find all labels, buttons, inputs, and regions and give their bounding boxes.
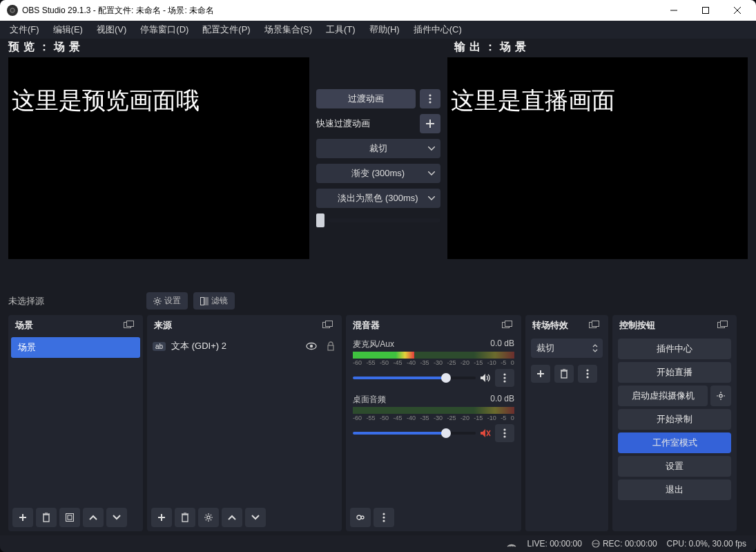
svg-point-41: [207, 516, 210, 519]
source-settings-button[interactable]: 设置: [146, 292, 188, 310]
quick-transition-2[interactable]: 渐变 (300ms): [316, 164, 440, 183]
menu-profile[interactable]: 配置文件(P): [197, 22, 255, 37]
mixer-channel-desktop: 桌面音频 0.0 dB -60-55-50-45-40-35-30-25-20-…: [346, 391, 521, 446]
svg-rect-66: [592, 321, 599, 327]
quick-transition-label: 快速过渡动画: [316, 117, 416, 130]
transition-menu-button[interactable]: [578, 365, 597, 383]
mixer-channel-mic: 麦克风/Aux 0.0 dB -60-55-50-45-40-35-30-25-…: [346, 336, 521, 391]
source-name: 文本 (GDI+) 2: [171, 340, 226, 352]
filter-icon: [200, 297, 209, 305]
app-icon: [7, 5, 18, 16]
quick-transition-3[interactable]: 淡出为黑色 (300ms): [316, 189, 440, 208]
channel-name: 麦克风/Aux: [353, 339, 394, 350]
transition-controls: 过渡动画 快速过渡动画 裁切 渐变 (300ms): [316, 57, 440, 259]
start-recording-button[interactable]: 开始录制: [618, 409, 731, 430]
volume-slider[interactable]: [353, 377, 476, 379]
mixer-panel: 混音器 麦克风/Aux 0.0 dB -60-55-50-45-40-35-30…: [346, 315, 521, 531]
source-type-icon: ab: [153, 342, 166, 351]
output-video[interactable]: 这里是直播画面: [447, 57, 748, 259]
svg-rect-3: [703, 8, 709, 14]
menu-plugins[interactable]: 插件中心(C): [408, 22, 467, 37]
t-bar-slider[interactable]: [316, 213, 440, 227]
svg-rect-38: [182, 515, 188, 522]
output-label: 输 出 ： 场 景: [454, 40, 527, 55]
mixer-settings-button[interactable]: [350, 508, 371, 527]
preview-video[interactable]: 这里是预览画面哦: [8, 57, 309, 259]
svg-point-7: [429, 97, 431, 99]
scene-up-button[interactable]: [83, 508, 104, 527]
menu-edit[interactable]: 编辑(E): [48, 22, 88, 37]
menu-help[interactable]: 帮助(H): [364, 22, 405, 37]
remove-source-button[interactable]: [175, 508, 195, 527]
remove-transition-button[interactable]: [554, 365, 574, 383]
plugin-center-button[interactable]: 插件中心: [618, 339, 731, 359]
eye-icon[interactable]: [306, 342, 317, 350]
source-up-button[interactable]: [222, 508, 242, 527]
studio-mode-button[interactable]: 工作室模式: [618, 432, 731, 453]
svg-point-58: [503, 432, 505, 434]
popout-icon[interactable]: [124, 321, 136, 330]
controls-panel: 控制按钮 插件中心 开始直播 启动虚拟摄像机 开始录制 工作室模式 设置 退出: [612, 315, 737, 531]
menu-view[interactable]: 视图(V): [91, 22, 132, 37]
app-window: OBS Studio 29.1.3 - 配置文件: 未命名 - 场景: 未命名 …: [0, 0, 756, 552]
speaker-icon[interactable]: [480, 373, 491, 383]
lock-icon[interactable]: [327, 341, 335, 351]
svg-point-11: [156, 299, 159, 302]
add-scene-button[interactable]: [12, 508, 33, 527]
svg-point-59: [503, 435, 505, 437]
add-source-button[interactable]: [151, 508, 172, 527]
volume-slider[interactable]: [353, 432, 476, 435]
popout-icon[interactable]: [717, 321, 730, 330]
transition-select[interactable]: 裁切: [531, 339, 603, 358]
transition-button[interactable]: 过渡动画: [316, 89, 416, 108]
add-quick-transition-button[interactable]: [420, 114, 440, 133]
channel-menu-button[interactable]: [495, 424, 514, 442]
settings-button[interactable]: 设置: [618, 456, 731, 477]
slider-track: [329, 218, 440, 222]
minimize-button[interactable]: [658, 0, 690, 21]
remove-scene-button[interactable]: [36, 508, 57, 527]
menu-tools[interactable]: 工具(T): [320, 22, 361, 37]
add-transition-button[interactable]: [531, 365, 550, 383]
scene-filter-button[interactable]: [59, 508, 80, 527]
channel-db: 0.0 dB: [490, 394, 514, 406]
menu-dock[interactable]: 停靠窗口(D): [135, 22, 194, 37]
preview-label: 预 览 ： 场 景: [8, 40, 81, 55]
popout-icon[interactable]: [502, 321, 514, 330]
speaker-muted-icon[interactable]: [480, 428, 491, 438]
virtual-camera-settings-button[interactable]: [710, 386, 731, 406]
virtual-camera-button[interactable]: 启动虚拟摄像机: [618, 386, 708, 406]
svg-line-17: [159, 303, 160, 303]
svg-point-74: [586, 376, 588, 378]
gear-icon: [153, 297, 162, 305]
menu-scene-collection[interactable]: 场景集合(S): [259, 22, 318, 37]
svg-point-34: [310, 345, 313, 348]
mixer-menu-button[interactable]: [374, 508, 394, 527]
source-down-button[interactable]: [245, 508, 266, 527]
quick-transition-1[interactable]: 裁切: [316, 139, 440, 158]
source-properties-button[interactable]: [198, 508, 219, 527]
popout-icon[interactable]: [589, 321, 601, 330]
close-button[interactable]: [721, 0, 753, 21]
maximize-button[interactable]: [690, 0, 721, 21]
source-item[interactable]: ab 文本 (GDI+) 2: [147, 336, 342, 356]
channel-menu-button[interactable]: [495, 369, 514, 387]
start-streaming-button[interactable]: 开始直播: [618, 362, 731, 383]
menu-file[interactable]: 文件(F): [4, 22, 45, 37]
meter-scale: -60-55-50-45-40-35-30-25-20-15-10-50: [353, 359, 514, 366]
svg-point-53: [503, 377, 505, 379]
svg-point-60: [357, 515, 361, 520]
source-filters-button[interactable]: 滤镜: [193, 292, 235, 310]
slider-thumb[interactable]: [316, 213, 324, 227]
svg-line-46: [206, 515, 206, 515]
channel-name: 桌面音频: [353, 394, 386, 406]
svg-line-16: [155, 298, 155, 298]
scene-item[interactable]: 场景: [11, 337, 140, 358]
chevron-down-icon: [428, 146, 435, 151]
exit-button[interactable]: 退出: [618, 479, 731, 500]
transition-more-button[interactable]: [420, 89, 440, 108]
svg-line-47: [211, 520, 211, 520]
popout-icon[interactable]: [322, 321, 335, 330]
chevron-down-icon: [428, 171, 435, 175]
scene-down-button[interactable]: [106, 508, 127, 527]
